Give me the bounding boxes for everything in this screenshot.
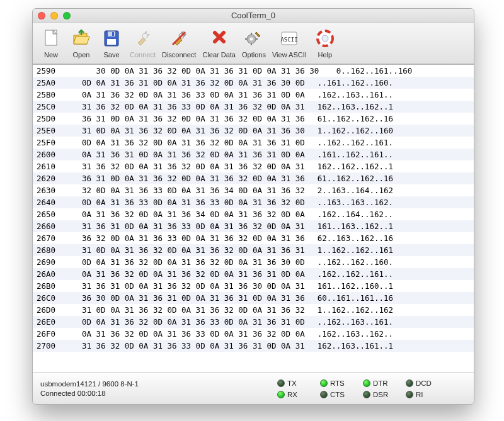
disconnect-button[interactable]: Disconnect (159, 26, 198, 59)
hex-addr: 25B0 (33, 89, 67, 101)
hex-row: 26E00D 0A 31 36 32 0D 0A 31 36 33 0D 0A … (33, 316, 474, 328)
zoom-icon[interactable] (63, 12, 71, 20)
disconnect-icon (167, 26, 191, 50)
clear-icon (207, 26, 231, 50)
svg-rect-3 (107, 39, 116, 45)
titlebar: CoolTerm_0 (33, 9, 474, 23)
hex-bytes: 36 30 0D 0A 31 36 31 0D 0A 31 36 31 0D 0… (67, 292, 305, 304)
hex-row: 25D036 31 0D 0A 31 36 32 0D 0A 31 36 32 … (33, 113, 474, 125)
hex-row: 262036 31 0D 0A 31 36 32 0D 0A 31 36 32 … (33, 172, 474, 184)
led-dtr: DTR (363, 379, 397, 387)
clear-button[interactable]: Clear Data (200, 26, 238, 59)
hex-addr: 2670 (33, 232, 67, 244)
open-button[interactable]: Open (67, 26, 96, 59)
hex-row: 26000A 31 36 31 0D 0A 31 36 32 0D 0A 31 … (33, 149, 474, 160)
hex-ascii: 162..162..162..1 (305, 160, 393, 172)
hex-row: 267036 32 0D 0A 31 36 33 0D 0A 31 36 32 … (33, 232, 474, 244)
led-rts: RTS (320, 379, 354, 387)
led-label: TX (287, 379, 297, 387)
led-dcd: DCD (406, 379, 440, 387)
led-icon (320, 391, 328, 398)
new-button[interactable]: New (37, 26, 66, 59)
status-port: usbmodem14121 / 9600 8-N-1 (40, 380, 277, 388)
hex-row: 26C036 30 0D 0A 31 36 31 0D 0A 31 36 31 … (33, 292, 474, 304)
open-icon (69, 26, 93, 50)
hex-addr: 2660 (33, 220, 67, 232)
window-title: CoolTerm_0 (231, 11, 275, 20)
hex-addr: 25F0 (33, 137, 67, 149)
hex-addr: 26A0 (33, 268, 67, 280)
options-button[interactable]: Options (239, 26, 268, 59)
toolbar-label: New (44, 51, 58, 59)
led-icon (320, 379, 328, 387)
hex-row: 268031 0D 0A 31 36 32 0D 0A 31 36 32 0D … (33, 244, 474, 256)
led-label: CTS (330, 391, 345, 398)
toolbar-label: Clear Data (202, 51, 236, 59)
hex-ascii: 162..163..161..1 (305, 340, 393, 352)
hex-ascii: 2..163..164..162 (305, 184, 393, 196)
minimize-icon[interactable] (50, 12, 58, 20)
hex-addr: 2610 (33, 160, 67, 172)
hex-bytes: 0A 31 36 32 0D 0A 31 36 33 0D 0A 31 36 3… (67, 328, 305, 340)
hex-row: 25B00A 31 36 32 0D 0A 31 36 33 0D 0A 31 … (33, 89, 474, 101)
viewascii-button[interactable]: ASCIIView ASCII (270, 26, 309, 59)
hex-bytes: 0A 31 36 31 0D 0A 31 36 32 0D 0A 31 36 3… (67, 149, 305, 160)
hex-ascii: 61..162..162..16 (305, 172, 393, 184)
hex-ascii: .162..164..162.. (305, 208, 393, 220)
hex-bytes: 31 0D 0A 31 36 32 0D 0A 31 36 32 0D 0A 3… (67, 304, 305, 316)
svg-text:ASCII: ASCII (281, 36, 298, 43)
svg-point-18 (322, 35, 328, 42)
hex-ascii: .162..163..161.. (305, 89, 393, 101)
hex-ascii: .161..162..161.. (305, 149, 393, 160)
hex-ascii: 1..162..162..162 (305, 304, 393, 316)
hex-row: 25C031 36 32 0D 0A 31 36 33 0D 0A 31 36 … (33, 101, 474, 113)
hex-bytes: 36 31 0D 0A 31 36 32 0D 0A 31 36 32 0D 0… (67, 172, 305, 184)
led-icon (406, 379, 413, 387)
hex-addr: 25A0 (33, 77, 67, 89)
hex-bytes: 31 0D 0A 31 36 32 0D 0A 31 36 32 0D 0A 3… (67, 125, 305, 137)
hex-ascii: ..162..163..161. (305, 316, 393, 328)
hex-bytes: 31 36 31 0D 0A 31 36 32 0D 0A 31 36 30 0… (67, 280, 305, 292)
hex-addr: 2620 (33, 172, 67, 184)
toolbar-label: Disconnect (162, 51, 196, 59)
hex-ascii: 161..162..160..1 (305, 280, 393, 292)
toolbar-label: Open (73, 51, 90, 59)
hex-row: 261031 36 32 0D 0A 31 36 32 0D 0A 31 36 … (33, 160, 474, 172)
status-connected: Connected 00:00:18 (40, 390, 277, 397)
hex-row: 26900D 0A 31 36 32 0D 0A 31 36 32 0D 0A … (33, 256, 474, 268)
hex-bytes: 0D 0A 31 36 32 0D 0A 31 36 32 0D 0A 31 3… (67, 256, 305, 268)
help-icon (313, 26, 337, 50)
hex-row: 25A00D 0A 31 36 31 0D 0A 31 36 32 0D 0A … (33, 77, 474, 89)
hex-ascii: ..163..163..162. (305, 196, 393, 208)
hex-view[interactable]: 2590 30 0D 0A 31 36 32 0D 0A 31 36 31 0D… (33, 64, 474, 373)
viewascii-icon: ASCII (277, 26, 301, 50)
hex-addr: 26F0 (33, 328, 67, 340)
close-icon[interactable] (38, 12, 45, 20)
hex-bytes: 0D 0A 31 36 32 0D 0A 31 36 32 0D 0A 31 3… (67, 137, 305, 149)
hex-addr: 2630 (33, 184, 67, 196)
svg-point-10 (249, 38, 253, 41)
hex-row: 25F00D 0A 31 36 32 0D 0A 31 36 32 0D 0A … (33, 137, 474, 149)
svg-rect-4 (108, 31, 115, 36)
hex-bytes: 31 36 31 0D 0A 31 36 33 0D 0A 31 36 32 0… (67, 220, 305, 232)
connect-icon (130, 26, 154, 50)
status-bar: usbmodem14121 / 9600 8-N-1 Connected 00:… (33, 373, 474, 404)
led-label: DTR (373, 379, 388, 387)
help-button[interactable]: Help (311, 26, 340, 59)
hex-ascii: .162..162..161.. (305, 268, 393, 280)
hex-addr: 26E0 (33, 316, 67, 328)
hex-row: 26400D 0A 31 36 33 0D 0A 31 36 33 0D 0A … (33, 196, 474, 208)
save-button[interactable]: Save (97, 26, 126, 59)
led-cts: CTS (320, 391, 354, 398)
hex-bytes: 0D 0A 31 36 33 0D 0A 31 36 33 0D 0A 31 3… (67, 196, 305, 208)
new-icon (39, 26, 63, 50)
hex-addr: 26D0 (33, 304, 67, 316)
hex-row: 26D031 0D 0A 31 36 32 0D 0A 31 36 32 0D … (33, 304, 474, 316)
hex-row: 263032 0D 0A 31 36 33 0D 0A 31 36 34 0D … (33, 184, 474, 196)
led-label: DSR (373, 391, 388, 398)
hex-bytes: 0A 31 36 32 0D 0A 31 36 33 0D 0A 31 36 3… (67, 89, 305, 101)
hex-ascii: ..161..162..160. (305, 77, 393, 89)
svg-point-6 (142, 33, 147, 38)
hex-addr: 26C0 (33, 292, 67, 304)
toolbar-label: Save (103, 51, 119, 59)
